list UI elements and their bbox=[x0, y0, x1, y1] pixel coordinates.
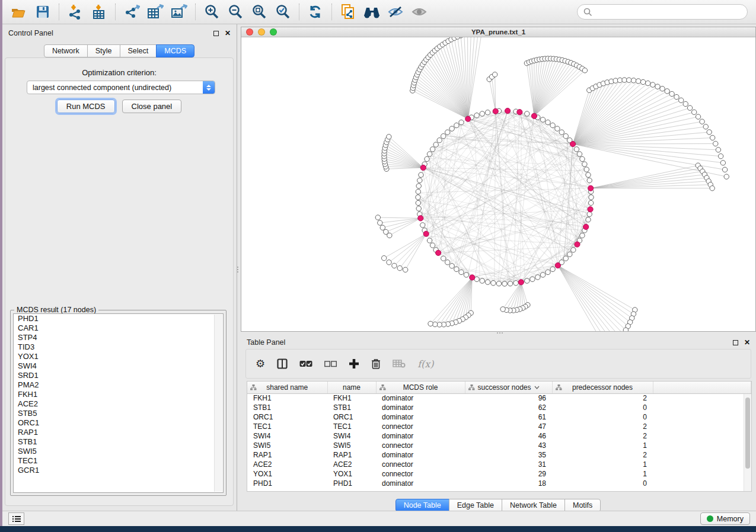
mcds-result-list[interactable]: PHD1 CAR1 STP4 TID3 YOX1 SWI4 SRD1 PMA2 … bbox=[13, 313, 224, 493]
table-row[interactable]: RAP1RAP1dominator352 bbox=[247, 450, 751, 460]
function-builder-button[interactable]: f(x) bbox=[417, 355, 433, 373]
list-item[interactable]: PMA2 bbox=[14, 380, 223, 390]
deselect-all-button[interactable] bbox=[324, 355, 337, 373]
search-box[interactable] bbox=[577, 4, 748, 20]
column-header-predecessor-nodes[interactable]: predecessor nodes bbox=[552, 382, 653, 393]
add-column-button[interactable] bbox=[349, 355, 359, 373]
delete-column-button[interactable] bbox=[371, 355, 381, 373]
list-scrollbar[interactable] bbox=[214, 315, 222, 492]
mcds-panel: Optimization criterion: largest connecte… bbox=[5, 57, 234, 506]
float-panel-icon[interactable] bbox=[213, 31, 219, 36]
hide-selected-button[interactable] bbox=[384, 2, 407, 22]
import-network-button[interactable] bbox=[63, 2, 87, 22]
export-image-button[interactable] bbox=[167, 2, 191, 22]
binoculars-icon bbox=[363, 5, 381, 18]
column-header-name[interactable]: name bbox=[327, 382, 376, 393]
export-table-button[interactable] bbox=[143, 2, 167, 22]
eye-slash-icon bbox=[387, 5, 404, 18]
list-item[interactable]: RAP1 bbox=[14, 428, 223, 437]
memory-button[interactable]: Memory bbox=[700, 512, 750, 525]
list-item[interactable]: STP4 bbox=[14, 333, 223, 342]
table-row[interactable]: ACE2ACE2connector311 bbox=[247, 460, 751, 469]
tab-network[interactable]: Network bbox=[44, 44, 88, 57]
import-table-button[interactable] bbox=[87, 2, 111, 22]
list-item[interactable]: TEC1 bbox=[14, 456, 223, 466]
vertical-splitter-handle[interactable] bbox=[237, 267, 238, 273]
run-mcds-button[interactable]: Run MCDS bbox=[57, 100, 115, 113]
task-history-button[interactable] bbox=[8, 512, 24, 525]
table-scrollbar[interactable] bbox=[744, 394, 751, 491]
save-session-button[interactable] bbox=[31, 2, 55, 22]
table-panel: Table Panel ✕ ⚙ bbox=[241, 334, 756, 509]
tab-node-table[interactable]: Node Table bbox=[395, 499, 449, 512]
delete-table-button[interactable] bbox=[393, 355, 406, 373]
zoom-out-button[interactable] bbox=[224, 2, 247, 22]
network-titlebar[interactable]: YPA_prune.txt_1 bbox=[241, 27, 755, 37]
optimization-criterion-select[interactable]: largest connected component (undirected) bbox=[27, 81, 215, 94]
select-all-button[interactable] bbox=[299, 355, 312, 373]
zoom-selected-button[interactable] bbox=[271, 2, 295, 22]
list-item[interactable]: PHD1 bbox=[14, 314, 223, 323]
open-file-button[interactable] bbox=[7, 2, 31, 22]
export-network-button[interactable] bbox=[120, 2, 143, 22]
list-item[interactable]: SWI4 bbox=[14, 361, 223, 371]
table-row[interactable]: FKH1FKH1dominator962 bbox=[247, 393, 751, 403]
close-panel-icon[interactable]: ✕ bbox=[744, 340, 750, 345]
network-graph-canvas[interactable] bbox=[241, 37, 755, 331]
column-header-successor-nodes[interactable]: successor nodes bbox=[465, 382, 552, 393]
node-attribute-icon bbox=[556, 384, 562, 390]
zoom-in-icon bbox=[204, 4, 219, 20]
list-item[interactable]: ACE2 bbox=[14, 399, 223, 409]
refresh-button[interactable] bbox=[304, 2, 327, 22]
list-item[interactable]: TID3 bbox=[14, 342, 223, 352]
table-row[interactable]: SWI4SWI4dominator462 bbox=[247, 431, 751, 441]
list-item[interactable]: SRD1 bbox=[14, 371, 223, 380]
tab-style[interactable]: Style bbox=[87, 44, 120, 57]
mcds-result-title: MCDS result (17 nodes) bbox=[14, 306, 98, 314]
list-item[interactable]: GCR1 bbox=[14, 466, 223, 475]
tab-edge-table[interactable]: Edge Table bbox=[449, 499, 502, 512]
optimization-criterion-label: Optimization criterion: bbox=[5, 68, 233, 77]
list-item[interactable]: SWI5 bbox=[14, 447, 223, 456]
node-attribute-icon bbox=[250, 384, 257, 390]
table-row[interactable]: SWI5SWI5connector431 bbox=[247, 441, 751, 450]
plus-icon bbox=[349, 358, 359, 369]
column-layout-button[interactable] bbox=[277, 355, 288, 373]
network-view-window: YPA_prune.txt_1 bbox=[241, 27, 756, 332]
list-item[interactable]: STB1 bbox=[14, 437, 223, 447]
tab-motifs[interactable]: Motifs bbox=[564, 499, 601, 512]
table-row[interactable]: ORC1ORC1dominator610 bbox=[247, 412, 751, 422]
clone-network-button[interactable] bbox=[336, 2, 360, 22]
zoom-in-button[interactable] bbox=[200, 2, 224, 22]
function-icon: f(x) bbox=[417, 358, 433, 370]
table-row[interactable]: YOX1YOX1connector291 bbox=[247, 469, 751, 479]
scrollbar-thumb[interactable] bbox=[745, 398, 750, 469]
table-row[interactable]: PHD1PHD1dominator180 bbox=[247, 479, 751, 488]
show-all-button[interactable] bbox=[407, 2, 431, 22]
save-icon bbox=[36, 5, 49, 18]
node-attribute-icon bbox=[468, 384, 475, 390]
column-header-shared-name[interactable]: shared name bbox=[247, 382, 327, 393]
list-item[interactable]: FKH1 bbox=[14, 390, 223, 399]
export-network-icon bbox=[123, 4, 140, 20]
zoom-fit-button[interactable] bbox=[247, 2, 271, 22]
list-item[interactable]: CAR1 bbox=[14, 323, 223, 333]
column-header-mcds-role[interactable]: MCDS role bbox=[376, 382, 465, 393]
list-item[interactable]: ORC1 bbox=[14, 418, 223, 428]
find-button[interactable] bbox=[360, 2, 384, 22]
table-row[interactable]: TEC1TEC1connector472 bbox=[247, 422, 751, 431]
sort-descending-icon bbox=[534, 386, 540, 389]
float-panel-icon[interactable] bbox=[733, 340, 738, 345]
settings-button[interactable]: ⚙ bbox=[256, 355, 265, 373]
memory-status-icon bbox=[707, 515, 713, 522]
tab-select[interactable]: Select bbox=[120, 44, 157, 57]
tab-mcds[interactable]: MCDS bbox=[156, 44, 194, 57]
close-panel-icon[interactable]: ✕ bbox=[225, 31, 231, 36]
tab-network-table[interactable]: Network Table bbox=[502, 499, 565, 512]
close-panel-button[interactable]: Close panel bbox=[122, 100, 182, 113]
list-item[interactable]: YOX1 bbox=[14, 352, 223, 361]
table-row[interactable]: STB1STB1dominator620 bbox=[247, 403, 751, 412]
list-item[interactable]: STB5 bbox=[14, 409, 223, 418]
search-input[interactable] bbox=[592, 8, 741, 16]
table-panel-title: Table Panel bbox=[247, 338, 285, 347]
